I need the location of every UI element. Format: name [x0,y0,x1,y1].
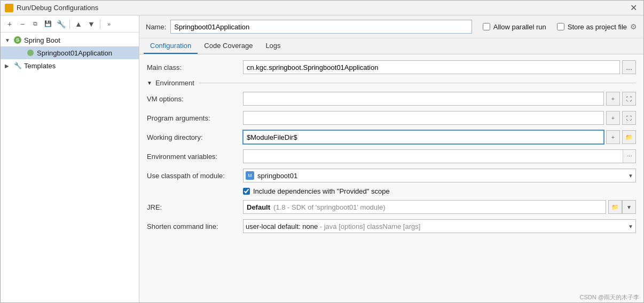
main-class-row: Main class: ... [147,60,636,75]
env-vars-label: Environment variables: [147,153,243,161]
shorten-dropdown[interactable]: user-local default: none - java [options… [243,219,636,233]
args-fullscreen-button[interactable]: ⛶ [622,111,636,125]
copy-button[interactable]: ⧉ [29,18,41,30]
vm-options-label: VM options: [147,95,243,103]
name-label: Name: [146,23,166,31]
working-dir-row: Working directory: + 📁 [147,130,636,145]
section-collapse-arrow[interactable]: ▼ [147,80,152,86]
save-button[interactable]: 💾 [42,18,54,30]
vm-options-input[interactable] [243,92,604,106]
tree-leaf-spacer: ▼ [18,50,25,56]
store-project-gear-icon[interactable]: ⚙ [630,22,637,31]
close-button[interactable]: ✕ [628,3,639,13]
tab-configuration[interactable]: Configuration [144,38,198,54]
add-button[interactable]: + [4,18,15,30]
jre-muted: (1.8 - SDK of 'springboot01' module) [273,203,385,211]
jre-bold: Default [247,203,270,211]
toolbar-separator-2 [100,19,100,29]
program-args-label: Program arguments: [147,114,243,122]
name-input[interactable] [170,20,472,34]
tree-item-spring-boot[interactable]: ▼ S Spring Boot [1,34,139,46]
run-debug-dialog: Run/Debug Configurations ✕ + − ⧉ 💾 🔧 ▲ ▼… [0,0,644,303]
program-args-field: + ⛶ [243,111,636,125]
tree-item-templates[interactable]: ▶ 🔧 Templates [1,59,139,72]
classpath-field: M springboot01 ▼ [243,169,636,182]
move-down-button[interactable]: ▼ [85,18,97,30]
environment-label: Environment [155,79,194,87]
settings-button[interactable]: 🔧 [55,18,67,30]
shorten-value: user-local default: none - java [options… [246,222,628,230]
shorten-row: Shorten command line: user-local default… [147,219,636,234]
jre-field: Default(1.8 - SDK of 'springboot01' modu… [243,200,636,214]
app-label: Springboot01Application [37,49,112,57]
working-dir-label: Working directory: [147,133,243,141]
jre-row: JRE: Default(1.8 - SDK of 'springboot01'… [147,200,636,214]
shorten-label: Shorten command line: [147,222,243,230]
tree-expand-arrow: ▼ [5,37,12,43]
args-expand-button[interactable]: + [606,111,620,125]
store-project-checkbox[interactable] [557,23,564,30]
more-button[interactable]: » [103,18,115,30]
vm-options-field: + ⛶ [243,92,636,106]
app-config-icon [26,49,35,57]
move-up-button[interactable]: ▲ [73,18,84,30]
left-panel: + − ⧉ 💾 🔧 ▲ ▼ » ▼ S Spring Boot [1,15,139,302]
jre-label: JRE: [147,203,243,211]
working-dir-expand-button[interactable]: + [606,130,620,144]
shorten-dropdown-arrow: ▼ [628,224,633,229]
classpath-value: springboot01 [257,172,628,180]
classpath-dropdown[interactable]: M springboot01 ▼ [243,169,636,182]
toolbar-separator [69,19,70,29]
spring-boot-icon: S [13,36,22,44]
vm-expand-button[interactable]: + [606,92,620,106]
program-args-row: Program arguments: + ⛶ [147,110,636,125]
config-content: Main class: ... ▼ Environment VM options… [139,54,643,292]
remove-button[interactable]: − [17,18,28,30]
program-args-input[interactable] [243,111,604,125]
title-bar: Run/Debug Configurations ✕ [1,1,643,15]
tab-code-coverage[interactable]: Code Coverage [198,38,259,54]
allow-parallel-checkbox[interactable] [483,23,490,30]
templates-expand-arrow: ▶ [5,63,12,69]
app-logo-icon [5,4,13,12]
env-vars-field: ⋯ [243,149,636,163]
main-class-browse-button[interactable]: ... [622,60,636,74]
jre-browse-button[interactable]: 📁 [608,200,622,214]
include-deps-checkbox[interactable] [243,188,250,195]
right-panel: Name: Allow parallel run Store as projec… [139,15,643,302]
spring-boot-label: Spring Boot [24,36,60,44]
templates-label: Templates [24,62,56,70]
classpath-row: Use classpath of module: M springboot01 … [147,168,636,183]
env-vars-input-row: ⋯ [243,149,636,163]
shorten-field: user-local default: none - java [options… [243,219,636,233]
include-deps-row: Include dependencies with "Provided" sco… [147,187,636,195]
watermark: CSDN @雨天的木子李 [139,292,643,302]
jre-dropdown-button[interactable]: ▼ [622,200,636,214]
jre-dropdown[interactable]: Default(1.8 - SDK of 'springboot01' modu… [243,200,606,214]
configuration-tree: ▼ S Spring Boot ▼ Springboot01Applicatio… [1,33,139,302]
store-project-group: Store as project file ⚙ [557,22,637,31]
include-deps-label: Include dependencies with "Provided" sco… [253,187,390,195]
tab-logs[interactable]: Logs [259,38,287,54]
env-vars-input[interactable] [244,152,623,162]
toolbar: + − ⧉ 💾 🔧 ▲ ▼ » [1,15,139,33]
module-icon: M [246,171,254,180]
allow-parallel-label: Allow parallel run [493,23,546,31]
shorten-suffix: - java [options] className [args] [318,222,420,230]
allow-parallel-group: Allow parallel run [483,23,546,31]
dialog-title: Run/Debug Configurations [17,4,628,12]
classpath-label: Use classpath of module: [147,172,243,180]
tree-item-app[interactable]: ▼ Springboot01Application [1,46,139,59]
name-row: Name: Allow parallel run Store as projec… [139,15,643,38]
working-dir-input[interactable] [243,130,604,144]
shorten-value-text: user-local default: none [246,222,318,230]
working-dir-field: + 📁 [243,130,636,144]
vm-options-row: VM options: + ⛶ [147,91,636,106]
working-dir-browse-button[interactable]: 📁 [622,130,636,144]
vm-fullscreen-button[interactable]: ⛶ [622,92,636,106]
classpath-dropdown-arrow: ▼ [628,173,633,179]
main-class-input[interactable] [243,60,620,74]
environment-section-header: ▼ Environment [147,79,636,87]
templates-icon: 🔧 [13,61,22,70]
env-vars-browse-button[interactable]: ⋯ [623,150,635,163]
